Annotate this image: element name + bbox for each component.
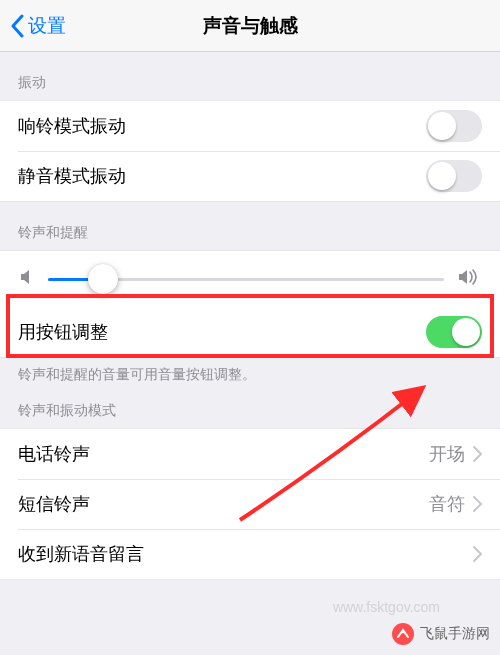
vibration-group: 响铃模式振动 静音模式振动 <box>0 100 500 202</box>
ring-vibrate-row[interactable]: 响铃模式振动 <box>0 101 500 151</box>
ring-vibrate-label: 响铃模式振动 <box>18 114 126 138</box>
svg-point-0 <box>401 631 405 633</box>
back-button[interactable]: 设置 <box>0 13 66 39</box>
section-header-vibration: 振动 <box>0 52 500 100</box>
text-tone-label: 短信铃声 <box>18 492 90 516</box>
slider-track[interactable] <box>48 278 444 281</box>
volume-low-icon <box>20 269 34 289</box>
adjust-with-buttons-switch[interactable] <box>426 316 482 348</box>
adjust-with-buttons-label: 用按钮调整 <box>18 320 108 344</box>
text-tone-row[interactable]: 短信铃声 音符 <box>0 479 500 529</box>
voicemail-label: 收到新语音留言 <box>18 542 144 566</box>
ringtone-row[interactable]: 电话铃声 开场 <box>0 429 500 479</box>
patterns-group: 电话铃声 开场 短信铃声 音符 收到新语音留言 <box>0 428 500 580</box>
ringer-volume-slider[interactable] <box>0 251 500 307</box>
text-tone-value: 音符 <box>429 492 465 516</box>
silent-vibrate-switch[interactable] <box>426 160 482 192</box>
ring-vibrate-switch[interactable] <box>426 110 482 142</box>
volume-high-icon <box>458 268 480 290</box>
watermark-text: 飞鼠手游网 <box>420 625 490 643</box>
ringer-group: 用按钮调整 <box>0 250 500 358</box>
chevron-right-icon <box>473 446 482 462</box>
ringtone-label: 电话铃声 <box>18 442 90 466</box>
voicemail-row[interactable]: 收到新语音留言 <box>0 529 500 579</box>
section-header-patterns: 铃声和振动模式 <box>0 388 500 428</box>
silent-vibrate-label: 静音模式振动 <box>18 164 126 188</box>
slider-knob[interactable] <box>88 264 118 294</box>
watermark-logo-icon <box>392 623 414 645</box>
chevron-right-icon <box>473 546 482 562</box>
ringer-footer: 铃声和提醒的音量可用音量按钮调整。 <box>0 358 500 388</box>
chevron-right-icon <box>473 496 482 512</box>
nav-bar: 设置 声音与触感 <box>0 0 500 52</box>
silent-vibrate-row[interactable]: 静音模式振动 <box>0 151 500 201</box>
section-header-ringer: 铃声和提醒 <box>0 202 500 250</box>
adjust-with-buttons-row[interactable]: 用按钮调整 <box>0 307 500 357</box>
back-label: 设置 <box>28 13 66 39</box>
chevron-left-icon <box>10 14 24 38</box>
ringtone-value: 开场 <box>429 442 465 466</box>
watermark-faint: www.fsktgov.com <box>333 599 440 615</box>
page-title: 声音与触感 <box>0 13 500 39</box>
watermark: 飞鼠手游网 <box>392 623 490 645</box>
